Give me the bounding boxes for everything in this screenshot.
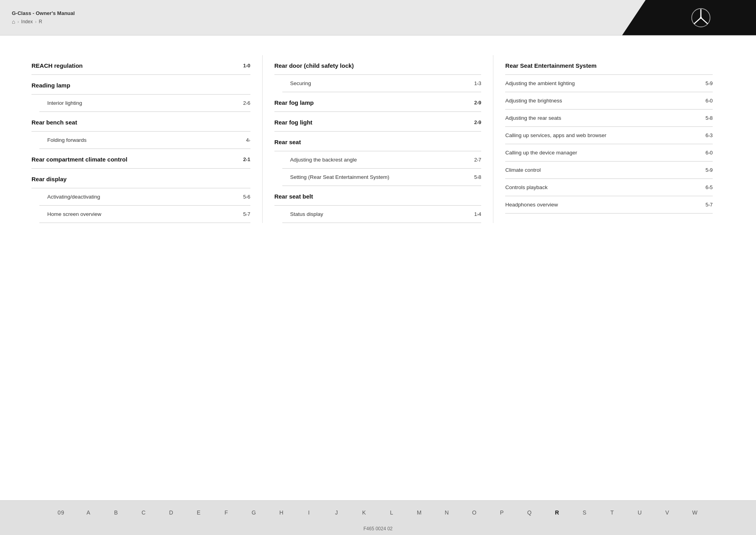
list-item[interactable]: Activating/deactivating 5›6	[39, 188, 250, 206]
alpha-L[interactable]: L	[378, 505, 406, 520]
alphabet-bar: 09 A B C D E F G H I J K L M N O P Q R S…	[0, 501, 756, 524]
item-page[interactable]: 5›7	[235, 211, 250, 217]
list-item[interactable]: Adjusting the ambient lighting 5›9	[505, 75, 713, 92]
alpha-J[interactable]: J	[323, 505, 350, 520]
list-item[interactable]: Headphones overview 5›7	[505, 196, 713, 214]
alpha-V[interactable]: V	[654, 505, 681, 520]
alpha-H[interactable]: H	[268, 505, 295, 520]
list-item[interactable]: Calling up services, apps and web browse…	[505, 127, 713, 144]
section-rear-display: Rear display	[32, 169, 250, 188]
item-label: Status display	[290, 211, 323, 217]
section-reading-lamp: Reading lamp	[32, 75, 250, 95]
item-page[interactable]: 5›8	[465, 174, 481, 180]
chevron-icon-2: ›	[35, 20, 36, 24]
home-icon[interactable]: ⌂	[12, 19, 15, 25]
item-page[interactable]: 2›7	[465, 157, 481, 163]
index-grid: REACH regulation 1›0 Reading lamp Interi…	[32, 55, 724, 223]
section-rear-fog-light-title: Rear fog light	[274, 119, 313, 126]
mercedes-logo	[691, 8, 711, 28]
item-page[interactable]: 5›6	[235, 194, 250, 200]
alpha-F[interactable]: F	[213, 505, 240, 520]
list-item[interactable]: Interior lighting 2›6	[39, 95, 250, 112]
item-label: Controls playback	[505, 184, 547, 190]
item-page[interactable]: 5›9	[697, 80, 713, 86]
section-rear-fog-lamp: Rear fog lamp 2›9	[274, 92, 482, 112]
item-page[interactable]: 5›9	[697, 167, 713, 173]
svg-point-1	[700, 17, 702, 19]
item-page[interactable]: 5›8	[697, 115, 713, 121]
alpha-E[interactable]: E	[185, 505, 213, 520]
item-label: Calling up services, apps and web browse…	[505, 132, 606, 138]
list-item[interactable]: Climate control 5›9	[505, 162, 713, 179]
item-page[interactable]: 6›3	[697, 132, 713, 138]
column-2: Rear door (child safety lock) Securing 1…	[263, 55, 494, 223]
item-page[interactable]: 1›4	[465, 211, 481, 217]
logo-area	[622, 0, 756, 35]
section-rear-seat: Rear seat	[274, 132, 482, 151]
column-1: REACH regulation 1›0 Reading lamp Interi…	[32, 55, 263, 223]
breadcrumb: ⌂ › Index › R	[12, 19, 75, 25]
alpha-K[interactable]: K	[350, 505, 378, 520]
alpha-B[interactable]: B	[102, 505, 130, 520]
list-item[interactable]: Calling up the device manager 6›0	[505, 144, 713, 162]
alpha-T[interactable]: T	[598, 505, 626, 520]
alpha-U[interactable]: U	[626, 505, 654, 520]
list-item[interactable]: Adjusting the brightness 6›0	[505, 92, 713, 110]
alpha-N[interactable]: N	[433, 505, 461, 520]
breadcrumb-letter[interactable]: R	[39, 19, 43, 24]
item-label: Setting (Rear Seat Entertainment System)	[290, 174, 389, 180]
section-reach-page[interactable]: 1›0	[235, 63, 250, 69]
alpha-G[interactable]: G	[240, 505, 268, 520]
section-rear-door-title: Rear door (child safety lock)	[274, 62, 354, 69]
item-page[interactable]: 2›6	[235, 100, 250, 106]
section-rear-seat-title: Rear seat	[274, 139, 301, 145]
item-label: Interior lighting	[47, 100, 82, 106]
manual-title: G-Class - Owner's Manual	[12, 10, 75, 16]
list-item[interactable]: Adjusting the backrest angle 2›7	[282, 151, 482, 169]
alpha-A[interactable]: A	[75, 505, 102, 520]
section-rear-fog-lamp-page[interactable]: 2›9	[465, 100, 481, 106]
alpha-W[interactable]: W	[681, 505, 709, 520]
item-page[interactable]: 4›	[235, 137, 250, 143]
item-label: Home screen overview	[47, 211, 101, 217]
section-rear-display-title: Rear display	[32, 176, 67, 182]
list-item[interactable]: Folding forwards 4›	[39, 132, 250, 149]
section-rear-compartment-page[interactable]: 2›1	[235, 156, 250, 162]
list-item[interactable]: Adjusting the rear seats 5›8	[505, 110, 713, 127]
item-label: Adjusting the backrest angle	[290, 157, 357, 163]
item-page[interactable]: 6›0	[697, 98, 713, 104]
section-rear-seat-belt-title: Rear seat belt	[274, 193, 313, 200]
alpha-D[interactable]: D	[158, 505, 185, 520]
item-label: Folding forwards	[47, 137, 87, 143]
list-item[interactable]: Securing 1›3	[282, 75, 482, 92]
alpha-R[interactable]: R	[543, 505, 571, 520]
alpha-Q[interactable]: Q	[516, 505, 543, 520]
alpha-I[interactable]: I	[295, 505, 323, 520]
alpha-C[interactable]: C	[130, 505, 158, 520]
list-item[interactable]: Status display 1›4	[282, 206, 482, 223]
section-rear-bench-seat: Rear bench seat	[32, 112, 250, 132]
item-label: Securing	[290, 80, 311, 86]
alpha-O[interactable]: O	[461, 505, 488, 520]
item-label: Adjusting the ambient lighting	[505, 80, 574, 86]
section-rear-fog-lamp-title: Rear fog lamp	[274, 99, 314, 106]
item-label: Adjusting the rear seats	[505, 115, 561, 121]
breadcrumb-index[interactable]: Index	[21, 19, 33, 24]
item-page[interactable]: 6›0	[697, 150, 713, 156]
item-label: Climate control	[505, 167, 541, 173]
section-rear-fog-light-page[interactable]: 2›9	[465, 119, 481, 125]
list-item[interactable]: Home screen overview 5›7	[39, 206, 250, 223]
item-page[interactable]: 5›7	[697, 202, 713, 208]
alpha-P[interactable]: P	[488, 505, 516, 520]
section-reading-lamp-title: Reading lamp	[32, 82, 70, 89]
item-label: Activating/deactivating	[47, 194, 100, 200]
chevron-icon-1: ›	[17, 20, 19, 24]
item-page[interactable]: 6›5	[697, 184, 713, 190]
item-page[interactable]: 1›3	[465, 80, 481, 86]
section-rear-bench-title: Rear bench seat	[32, 119, 77, 126]
list-item[interactable]: Controls playback 6›5	[505, 179, 713, 196]
alpha-09[interactable]: 09	[47, 505, 75, 520]
alpha-S[interactable]: S	[571, 505, 598, 520]
list-item[interactable]: Setting (Rear Seat Entertainment System)…	[282, 169, 482, 186]
alpha-M[interactable]: M	[406, 505, 433, 520]
